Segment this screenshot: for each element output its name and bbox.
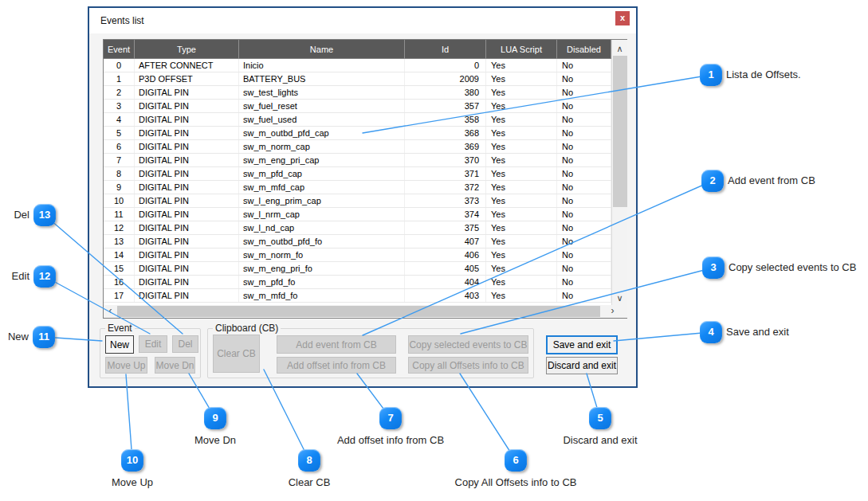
table-cell: sw_m_norm_cap [239,140,405,153]
callout-label-2: Add event from CB [728,173,815,188]
table-cell: 17 [104,289,135,302]
callout-label-6: Copy All Offsets info to CB [455,475,577,490]
table-row[interactable]: 8DIGITAL PINsw_m_pfd_cap371YesNo [104,167,611,181]
table-row[interactable]: 5DIGITAL PINsw_m_outbd_pfd_cap368YesNo [104,127,611,140]
column-header-disabled[interactable]: Disabled [557,40,611,59]
scroll-right-icon[interactable]: › [606,305,619,318]
table-cell: Inicio [239,59,405,72]
add-event-from-cb-button[interactable]: Add event from CB [277,335,396,354]
titlebar[interactable]: Events list x [89,8,636,33]
horizontal-scrollbar-thumb[interactable] [117,306,600,317]
column-header-name[interactable]: Name [239,40,405,59]
table-row[interactable]: 1P3D OFFSETBATTERY_BUS2009YesNo [104,72,611,86]
table-cell: Yes [486,167,557,180]
scroll-down-icon[interactable]: ∨ [612,292,627,305]
table-cell: 8 [104,167,135,180]
move-up-button[interactable]: Move Up [105,357,147,374]
horizontal-scrollbar[interactable]: ‹ › [104,305,627,318]
table-row[interactable]: 9DIGITAL PINsw_m_mfd_cap372YesNo [104,181,611,194]
table-row[interactable]: 2DIGITAL PINsw_test_lights380YesNo [104,86,611,100]
table-cell: Yes [486,127,557,139]
table-cell: No [557,86,611,99]
table-row[interactable]: 6DIGITAL PINsw_m_norm_cap369YesNo [104,140,611,154]
column-header-event[interactable]: Event [104,40,135,59]
table-cell: DIGITAL PIN [135,127,239,139]
close-icon: x [620,13,625,22]
table-cell: P3D OFFSET [135,72,239,85]
table-cell: Yes [486,59,557,72]
table-cell: sw_m_mfd_fo [239,289,405,302]
table-cell: 374 [405,208,486,221]
column-header-type[interactable]: Type [135,40,239,59]
table-cell: No [557,127,611,139]
table-row[interactable]: 15DIGITAL PINsw_m_eng_pri_fo405YesNo [104,262,611,276]
discard-and-exit-button[interactable]: Discard and exit [546,357,618,374]
save-and-exit-button[interactable]: Save and exit [546,335,618,354]
table-cell: Yes [486,208,557,221]
move-dn-button[interactable]: Move Dn [155,357,195,374]
table-cell: DIGITAL PIN [135,221,239,234]
vertical-scrollbar-thumb[interactable] [613,56,627,207]
close-button[interactable]: x [615,11,630,25]
table-cell: Yes [486,154,557,166]
copy-all-offsets-button[interactable]: Copy all Offsets info to CB [408,357,528,374]
table-cell: No [557,276,611,288]
table-cell: 373 [405,194,486,207]
table-cell: DIGITAL PIN [135,181,239,194]
table-cell: No [557,167,611,180]
table-cell: DIGITAL PIN [135,276,239,288]
table-cell: No [557,140,611,153]
table-row[interactable]: 12DIGITAL PINsw_l_nd_cap375YesNo [104,221,611,235]
table-cell: 369 [405,140,486,153]
callout-bubble-1: 1 [700,64,722,86]
column-header-lua-script[interactable]: LUA Script [486,40,557,59]
table-cell: No [557,100,611,112]
callout-label-9: Move Dn [194,433,236,448]
table-row[interactable]: 10DIGITAL PINsw_l_eng_prim_cap373YesNo [104,194,611,208]
callout-label-3: Copy selected events to CB [729,260,856,275]
table-cell: No [557,181,611,194]
table-row[interactable]: 14DIGITAL PINsw_m_norm_fo406YesNo [104,249,611,262]
column-header-id[interactable]: Id [405,40,486,59]
table-cell: 375 [405,221,486,234]
table-cell: DIGITAL PIN [135,100,239,112]
copy-selected-events-button[interactable]: Copy selected events to CB [408,335,528,354]
clear-cb-button[interactable]: Clear CB [213,335,260,373]
edit-button[interactable]: Edit [139,335,167,353]
table-row[interactable]: 16DIGITAL PINsw_m_pfd_fo404YesNo [104,276,611,289]
table-cell: sw_m_outbd_pfd_fo [239,235,405,248]
table-row[interactable]: 3DIGITAL PINsw_fuel_reset357YesNo [104,100,611,113]
table-cell: 403 [405,289,486,302]
table-row[interactable]: 4DIGITAL PINsw_fuel_used358YesNo [104,113,611,127]
scroll-left-icon[interactable]: ‹ [104,305,117,318]
table-row[interactable]: 0AFTER CONNECTInicio0YesNo [104,59,611,72]
table-cell: No [557,59,611,72]
table-cell: Yes [486,140,557,153]
table-cell: sw_m_pfd_cap [239,167,405,180]
table-cell: DIGITAL PIN [135,86,239,99]
table-row[interactable]: 7DIGITAL PINsw_m_eng_pri_cap370YesNo [104,154,611,167]
del-button[interactable]: Del [172,335,198,353]
table-row[interactable]: 13DIGITAL PINsw_m_outbd_pfd_fo407YesNo [104,235,611,249]
table-row[interactable]: 17DIGITAL PINsw_m_mfd_fo403YesNo [104,289,611,303]
table-row[interactable]: 11DIGITAL PINsw_l_nrm_cap374YesNo [104,208,611,221]
scroll-up-icon[interactable]: ∧ [612,42,627,56]
callout-label-5: Discard and exit [563,433,637,448]
table-cell: DIGITAL PIN [135,194,239,207]
table-cell: 371 [405,167,486,180]
table-cell: No [557,208,611,221]
table-cell: sw_m_mfd_cap [239,181,405,194]
window-title: Events list [100,8,144,33]
new-button[interactable]: New [105,335,134,354]
table-cell: 368 [405,127,486,139]
events-table: EventTypeNameIdLUA ScriptDisabled 0AFTER… [103,39,627,319]
table-cell: 2 [104,86,135,99]
vertical-scrollbar[interactable]: ∧ ∨ [611,40,627,305]
table-cell: Yes [486,181,557,194]
table-cell: Yes [486,72,557,85]
callout-bubble-11: 11 [33,326,55,348]
table-cell: sw_fuel_reset [239,100,405,112]
screenshot-root: Events list x EventTypeNameIdLUA ScriptD… [0,0,868,501]
add-offset-info-from-cb-button[interactable]: Add offset info from CB [277,357,396,374]
table-cell: Yes [486,276,557,288]
